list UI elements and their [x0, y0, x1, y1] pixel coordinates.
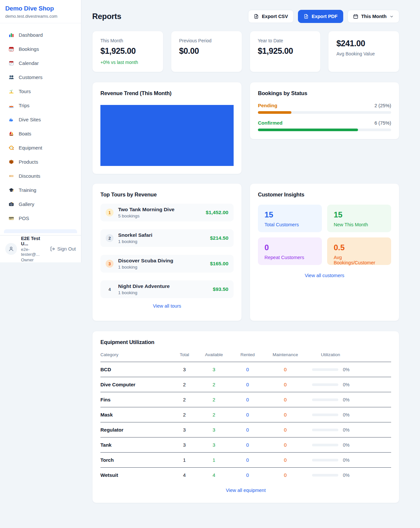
stat-label: Previous Period — [179, 38, 234, 43]
progress-fill — [258, 111, 291, 114]
progress-track — [258, 129, 391, 131]
tile-total-customers: 15 Total Customers — [258, 205, 322, 232]
export-csv-label: Export CSV — [262, 14, 288, 19]
tile-label: New This Month — [334, 222, 385, 227]
cell-category: Wetsuit — [100, 472, 173, 478]
stat-value: $241.00 — [336, 39, 391, 48]
sidebar-item-training[interactable]: Training — [4, 183, 77, 197]
page-header: Reports Export CSV Export PDF This Month — [92, 10, 399, 23]
stat-value: $1,925.00 — [258, 46, 313, 56]
tile-label: Repeat Customers — [264, 255, 315, 260]
status-label: Pending — [258, 103, 277, 108]
cell-utilization: 0% — [307, 473, 391, 478]
sidebar-item-trips[interactable]: Trips — [4, 98, 77, 112]
sidebar-item-label: Equipment — [19, 145, 42, 151]
cell-available: 3 — [196, 427, 232, 433]
sidebar-item-bookings[interactable]: 17 Bookings — [4, 42, 77, 56]
period-dropdown[interactable]: This Month — [347, 10, 399, 23]
export-pdf-button[interactable]: Export PDF — [298, 10, 343, 23]
sidebar-item-reports-active-partial[interactable] — [4, 229, 77, 233]
table-row: Dive Computer 2 2 0 0 0% — [100, 377, 391, 392]
sidebar-item-label: Trips — [19, 103, 30, 108]
col-maintenance: Maintenance — [263, 352, 307, 357]
sidebar-item-products[interactable]: Products — [4, 155, 77, 169]
utilization-bar — [312, 429, 338, 431]
sidebar-item-gallery[interactable]: Gallery — [4, 197, 77, 211]
tour-bookings: 1 booking — [118, 265, 205, 270]
utilization-bar — [312, 474, 338, 477]
tour-row: 1 Two Tank Morning Dive 5 bookings $1,45… — [100, 204, 234, 221]
sidebar-item-tours[interactable]: Tours — [4, 84, 77, 98]
view-all-customers-link[interactable]: View all customers — [258, 273, 391, 278]
rank-badge: 1 — [106, 209, 114, 216]
view-all-equipment-link[interactable]: View all equipment — [100, 488, 391, 493]
tour-bookings: 5 bookings — [118, 213, 201, 218]
tour-amount: $165.00 — [210, 261, 228, 267]
table-row: Fins 2 2 0 0 0% — [100, 392, 391, 407]
sign-out-button[interactable]: Sign Out — [50, 246, 76, 252]
cell-rented: 0 — [232, 367, 263, 372]
sidebar-item-label: Training — [19, 187, 36, 193]
stat-value: $1,925.00 — [100, 46, 155, 56]
cell-total: 4 — [173, 472, 196, 478]
stat-card-year-to-date: Year to Date $1,925.00 — [250, 31, 321, 72]
sidebar-item-boats[interactable]: Boats — [4, 127, 77, 141]
cell-total: 3 — [173, 367, 196, 372]
progress-fill — [258, 129, 358, 131]
tour-name: Snorkel Safari — [118, 232, 205, 238]
cell-category: Torch — [100, 457, 173, 463]
customer-insights-title: Customer Insights — [258, 192, 391, 198]
stat-label: Avg Booking Value — [336, 51, 391, 56]
stat-card-avg-booking-value: $241.00 Avg Booking Value — [328, 31, 399, 72]
tag-icon — [8, 173, 14, 179]
tour-bookings: 1 booking — [118, 239, 205, 244]
sidebar-item-label: Customers — [19, 74, 43, 80]
grad-cap-icon — [8, 187, 14, 193]
sidebar-item-customers[interactable]: Customers — [4, 70, 77, 84]
cell-rented: 0 — [232, 397, 263, 402]
table-row: BCD 3 3 0 0 0% — [100, 362, 391, 377]
cell-category: BCD — [100, 367, 173, 372]
tour-amount: $214.50 — [210, 235, 228, 241]
cell-available: 2 — [196, 382, 232, 387]
col-category: Category — [100, 352, 173, 357]
sidebar-item-dashboard[interactable]: Dashboard — [4, 28, 77, 42]
utilization-percent: 0% — [343, 397, 349, 402]
rank-badge: 2 — [106, 234, 114, 242]
status-row-confirmed: Confirmed 6 (75%) — [258, 120, 391, 131]
cell-total: 3 — [173, 427, 196, 433]
cell-total: 2 — [173, 382, 196, 387]
tour-name: Night Dive Adventure — [118, 283, 208, 289]
sidebar-item-dive-sites[interactable]: Dive Sites — [4, 112, 77, 127]
utilization-percent: 0% — [343, 473, 349, 478]
sidebar-item-label: POS — [19, 215, 29, 221]
status-row-pending: Pending 2 (25%) — [258, 103, 391, 114]
utilization-percent: 0% — [343, 442, 349, 448]
dive-mask-icon — [8, 145, 14, 151]
header-actions: Export CSV Export PDF This Month — [248, 10, 399, 23]
sidebar-item-calendar[interactable]: Calendar — [4, 56, 77, 70]
user-email: e2e-tester@... — [21, 247, 46, 257]
cell-available: 3 — [196, 442, 232, 448]
export-csv-button[interactable]: Export CSV — [248, 10, 294, 23]
customer-insights-card: Customer Insights 15 Total Customers 15 … — [250, 183, 399, 321]
sidebar-item-pos[interactable]: POS — [4, 211, 77, 225]
cell-utilization: 0% — [307, 442, 391, 448]
tile-value: 0 — [264, 243, 315, 252]
sidebar-item-label: Calendar — [19, 60, 39, 66]
col-utilization: Utilization — [307, 352, 391, 357]
calendar-icon — [353, 14, 358, 19]
insights-row: Top Tours by Revenue 1 Two Tank Morning … — [92, 183, 399, 321]
top-tours-title: Top Tours by Revenue — [100, 192, 234, 198]
cell-category: Mask — [100, 412, 173, 417]
calendar-date-icon: 17 — [8, 46, 14, 52]
sidebar-item-equipment[interactable]: Equipment — [4, 141, 77, 155]
sailboat-icon — [8, 131, 14, 137]
table-body: BCD 3 3 0 0 0% Dive Computer 2 2 0 0 — [100, 362, 391, 482]
sidebar-item-discounts[interactable]: Discounts — [4, 169, 77, 183]
view-all-tours-link[interactable]: View all tours — [100, 303, 234, 309]
tile-label: Avg Bookings/Customer — [334, 255, 385, 265]
utilization-bar — [312, 459, 338, 461]
bar-chart-icon — [8, 32, 14, 38]
cell-category: Dive Computer — [100, 382, 173, 387]
